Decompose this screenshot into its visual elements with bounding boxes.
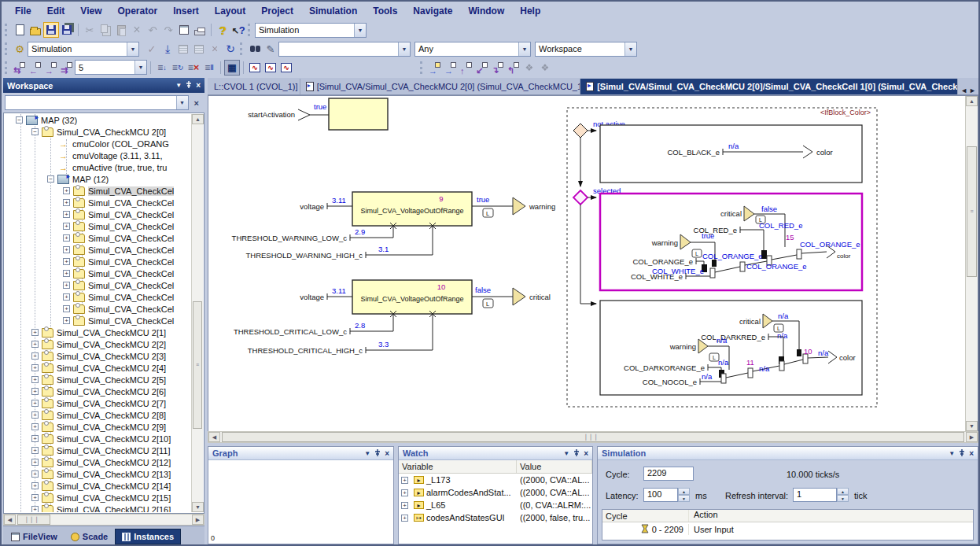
tree-item[interactable]: +Simul_CVA_CheckCel: [5, 291, 191, 303]
properties-icon[interactable]: [176, 22, 192, 38]
waveform-icon[interactable]: ∿: [278, 60, 294, 76]
expand-icon[interactable]: +: [31, 435, 39, 442]
latency-input[interactable]: 100: [643, 488, 678, 502]
scrollbar-thumb[interactable]: ▏▏▏: [222, 432, 964, 442]
expand-icon[interactable]: +: [31, 329, 39, 336]
expand-icon[interactable]: +: [63, 246, 70, 253]
expand-icon[interactable]: +: [31, 352, 39, 360]
expand-icon[interactable]: +: [31, 470, 39, 478]
collapse-icon[interactable]: −: [31, 128, 39, 135]
expand-icon[interactable]: +: [63, 293, 70, 301]
tree-item[interactable]: +Simul_CVA_CheckMCU 2[7]: [5, 397, 191, 409]
tree-item[interactable]: +Simul_CVA_CheckCel: [5, 315, 191, 326]
tree-item[interactable]: +Simul_CVA_CheckMCU 2[10]: [5, 433, 191, 445]
step-back-icon[interactable]: ←: [28, 60, 43, 76]
save-icon[interactable]: [43, 22, 59, 38]
combo-dropdown-icon[interactable]: ▼: [624, 42, 636, 56]
column-action[interactable]: Action: [689, 510, 973, 522]
if-decision-diamond[interactable]: [573, 124, 588, 138]
expand-icon[interactable]: +: [63, 258, 70, 265]
menu-help[interactable]: Help: [513, 4, 547, 18]
expand-icon[interactable]: +: [63, 187, 70, 194]
toolbar-handle[interactable]: [5, 42, 9, 55]
open-file-icon[interactable]: [28, 22, 43, 38]
expand-icon[interactable]: +: [31, 459, 39, 466]
combo-dropdown-icon[interactable]: ▼: [176, 96, 188, 109]
help-icon[interactable]: ?: [215, 22, 230, 38]
tree-item[interactable]: →cmuColor (COL_ORANG: [5, 138, 191, 149]
tree-item[interactable]: +Simul_CVA_CheckCel: [5, 244, 191, 256]
menu-tools[interactable]: Tools: [366, 4, 404, 18]
expand-icon[interactable]: +: [31, 494, 39, 501]
refresh-list-icon[interactable]: ≡↻: [170, 60, 186, 76]
expand-icon[interactable]: +: [31, 411, 39, 419]
voltage-out-of-range-critical[interactable]: 10 Simul_CVA_VoltageOutOfRange: [352, 280, 472, 314]
pin-icon[interactable]: [573, 449, 580, 458]
print-icon[interactable]: [192, 22, 208, 38]
tree-item[interactable]: −Simul_CVA_CheckMCU 2[0]: [5, 126, 191, 138]
expand-icon[interactable]: +: [401, 489, 408, 496]
refresh-spinner[interactable]: ▲▼: [837, 488, 849, 502]
workspace-tab-scade[interactable]: Scade: [64, 529, 114, 544]
clear-filter-icon[interactable]: ×: [192, 98, 201, 108]
close-icon[interactable]: ×: [969, 449, 974, 458]
menu-layout[interactable]: Layout: [208, 4, 252, 18]
collapse-icon[interactable]: −: [47, 175, 54, 183]
expand-icon[interactable]: +: [63, 317, 70, 324]
scroll-right-icon[interactable]: ▶: [192, 515, 204, 525]
scroll-down-icon[interactable]: ▼: [192, 502, 204, 512]
close-icon[interactable]: ×: [385, 449, 389, 458]
pin-icon[interactable]: [374, 449, 381, 458]
panel-menu-icon[interactable]: ▼: [364, 450, 370, 457]
expand-icon[interactable]: +: [63, 270, 70, 277]
show-values-icon[interactable]: ▦: [224, 60, 240, 76]
tree-item[interactable]: +Simul_CVA_CheckMCU 2[15]: [5, 492, 191, 504]
menu-window[interactable]: Window: [461, 4, 511, 18]
activation-block[interactable]: [329, 98, 388, 130]
step-count-combo[interactable]: 5 ▼: [75, 60, 147, 75]
input-port[interactable]: [298, 109, 310, 120]
workspace-tab-fileview[interactable]: FileView: [5, 529, 64, 544]
diagram-canvas[interactable]: startActivation true 9 Simul_CVA_Voltage…: [208, 95, 978, 431]
tree-item[interactable]: +Simul_CVA_CheckMCU 2[4]: [5, 362, 191, 374]
expand-icon[interactable]: +: [31, 341, 39, 348]
menu-simulation[interactable]: Simulation: [302, 4, 364, 18]
workspace-filter-combo[interactable]: ▼: [5, 95, 189, 110]
tree-item[interactable]: +Simul_CVA_CheckCel: [5, 185, 191, 197]
menu-navigate[interactable]: Navigate: [406, 4, 459, 18]
pause-list-icon[interactable]: ≡‖: [201, 60, 217, 76]
expand-icon[interactable]: +: [63, 211, 70, 218]
watch-row[interactable]: +↦codesAndStatesGUI((2000, false, tru...: [399, 511, 592, 524]
voltage-out-of-range-warning[interactable]: 9 Simul_CVA_VoltageOutOfRange: [352, 192, 472, 226]
spin-down-icon[interactable]: ▼: [678, 495, 690, 502]
next-instance-icon[interactable]: ↴: [490, 60, 506, 76]
enter-operator-icon[interactable]: ↑: [459, 60, 474, 76]
tree-item[interactable]: +Simul_CVA_CheckCel: [5, 279, 191, 291]
close-icon[interactable]: ×: [584, 449, 588, 458]
menu-insert[interactable]: Insert: [166, 4, 206, 18]
panel-menu-icon[interactable]: ▼: [175, 82, 182, 89]
expand-icon[interactable]: +: [31, 447, 39, 454]
toolbar-handle[interactable]: [5, 61, 9, 74]
menu-operator[interactable]: Operator: [110, 4, 164, 18]
search-combo[interactable]: ▼: [278, 42, 411, 57]
no-sort-icon[interactable]: ≡×: [186, 60, 201, 76]
branch-default[interactable]: critical n/a L n/a COL_DARKRED_e warning: [600, 301, 862, 395]
toolbar-handle[interactable]: [420, 61, 424, 74]
simulation-settings-icon[interactable]: ⚙: [12, 41, 28, 57]
combo-dropdown-icon[interactable]: ▼: [134, 61, 146, 74]
tree-item[interactable]: +Simul_CVA_CheckMCU 2[1]: [5, 326, 191, 338]
tree-item[interactable]: +Simul_CVA_CheckMCU 2[5]: [5, 374, 191, 386]
connect-gui-icon[interactable]: ❖: [521, 60, 537, 76]
toolbar-handle[interactable]: [240, 42, 244, 55]
exit-operator-icon[interactable]: ↙: [474, 60, 490, 76]
expand-icon[interactable]: +: [31, 506, 39, 512]
prev-instance-icon[interactable]: ↰: [506, 60, 521, 76]
expand-icon[interactable]: +: [31, 376, 39, 383]
pin-icon[interactable]: [186, 81, 192, 90]
find-in-diagram-icon[interactable]: ✎: [263, 41, 278, 57]
combo-dropdown-icon[interactable]: ▼: [127, 42, 138, 56]
tree-item[interactable]: +Simul_CVA_CheckMCU 2[9]: [5, 421, 191, 433]
toolbar-handle[interactable]: [248, 24, 252, 36]
expand-icon[interactable]: +: [31, 482, 39, 489]
